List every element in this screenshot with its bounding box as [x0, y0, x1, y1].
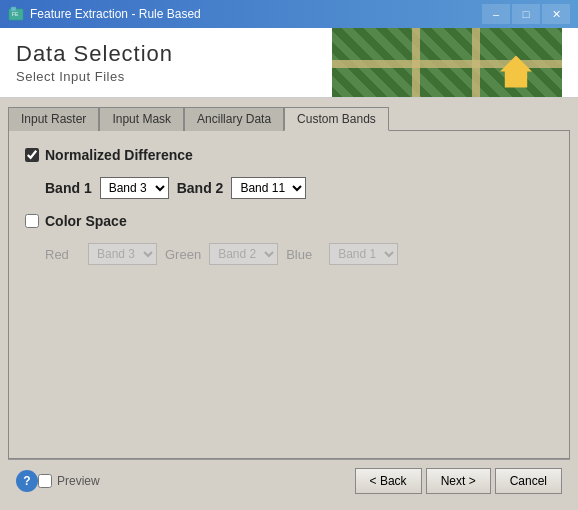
tab-custom-bands[interactable]: Custom Bands — [284, 107, 389, 131]
band-selection-row: Band 1 Band 3 Band 1 Band 2 Band 4 Band … — [25, 177, 553, 199]
window-title: Feature Extraction - Rule Based — [30, 7, 482, 21]
red-label: Red — [45, 247, 80, 262]
band2-select[interactable]: Band 11 Band 9 Band 10 Band 12 — [231, 177, 306, 199]
color-space-label: Color Space — [45, 213, 127, 229]
red-select: Band 3 — [88, 243, 157, 265]
close-button[interactable]: ✕ — [542, 4, 570, 24]
band1-select[interactable]: Band 3 Band 1 Band 2 Band 4 Band 5 — [100, 177, 169, 199]
preview-label: Preview — [57, 474, 100, 488]
blue-label: Blue — [286, 247, 321, 262]
normalized-difference-row: Normalized Difference — [25, 147, 553, 163]
app-icon: FE — [8, 6, 24, 22]
normalized-difference-checkbox[interactable] — [25, 148, 39, 162]
main-content: Input Raster Input Mask Ancillary Data C… — [0, 98, 578, 510]
bottom-bar: ? Preview < Back Next > Cancel — [8, 459, 570, 502]
tab-bar: Input Raster Input Mask Ancillary Data C… — [8, 106, 570, 130]
svg-text:FE: FE — [12, 11, 19, 17]
navigation-buttons: < Back Next > Cancel — [355, 468, 562, 494]
normalized-difference-label: Normalized Difference — [45, 147, 193, 163]
next-button[interactable]: Next > — [426, 468, 491, 494]
preview-checkbox[interactable] — [38, 474, 52, 488]
header-title: Data Selection — [16, 41, 332, 67]
maximize-button[interactable]: □ — [512, 4, 540, 24]
band1-label: Band 1 — [45, 180, 92, 196]
tab-input-mask[interactable]: Input Mask — [99, 107, 184, 131]
blue-select: Band 1 — [329, 243, 398, 265]
tab-ancillary-data[interactable]: Ancillary Data — [184, 107, 284, 131]
header-banner: Data Selection Select Input Files — [0, 28, 578, 98]
header-text: Data Selection Select Input Files — [16, 41, 332, 84]
color-space-checkbox[interactable] — [25, 214, 39, 228]
header-subtitle: Select Input Files — [16, 69, 332, 84]
color-space-row: Color Space — [25, 213, 553, 229]
green-select: Band 2 — [209, 243, 278, 265]
header-image — [332, 28, 562, 98]
color-space-rgb-row: Red Band 3 Green Band 2 Blue Band 1 — [25, 243, 553, 265]
green-label: Green — [165, 247, 201, 262]
help-button[interactable]: ? — [16, 470, 38, 492]
back-button[interactable]: < Back — [355, 468, 422, 494]
preview-row: Preview — [38, 474, 355, 488]
tab-input-raster[interactable]: Input Raster — [8, 107, 99, 131]
minimize-button[interactable]: – — [482, 4, 510, 24]
window-controls: – □ ✕ — [482, 4, 570, 24]
band2-label: Band 2 — [177, 180, 224, 196]
cancel-button[interactable]: Cancel — [495, 468, 562, 494]
panel: Normalized Difference Band 1 Band 3 Band… — [8, 130, 570, 459]
title-bar: FE Feature Extraction - Rule Based – □ ✕ — [0, 0, 578, 28]
